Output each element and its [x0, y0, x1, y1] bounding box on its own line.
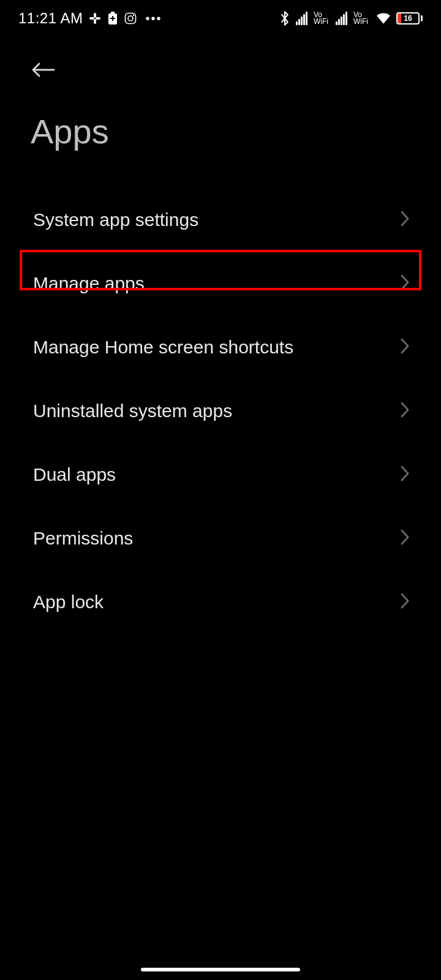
- item-dual-apps[interactable]: Dual apps: [0, 443, 441, 507]
- page-title: Apps: [0, 87, 441, 188]
- svg-rect-2: [89, 17, 94, 20]
- list-item-label: App lock: [33, 592, 104, 612]
- list-item-label: Permissions: [33, 528, 133, 549]
- svg-rect-6: [126, 13, 136, 24]
- slack-icon: [89, 12, 101, 24]
- svg-rect-5: [111, 12, 115, 14]
- battery-percent: 16: [398, 14, 418, 23]
- chevron-right-icon: [399, 337, 410, 358]
- chevron-right-icon: [399, 592, 410, 612]
- signal-bars-sim1-icon: [296, 12, 307, 25]
- status-left: 11:21 AM •••: [18, 10, 162, 27]
- item-app-lock[interactable]: App lock: [0, 570, 441, 634]
- bluetooth-icon: [279, 10, 291, 26]
- svg-rect-1: [94, 19, 96, 24]
- status-time: 11:21 AM: [18, 10, 83, 27]
- home-indicator[interactable]: [141, 968, 300, 971]
- list-item-label: Dual apps: [33, 464, 116, 485]
- back-arrow-icon[interactable]: [31, 70, 55, 80]
- item-permissions[interactable]: Permissions: [0, 507, 441, 570]
- svg-rect-0: [94, 13, 96, 18]
- battery-saver-icon: [107, 12, 118, 25]
- svg-point-7: [128, 16, 133, 21]
- wifi-icon: [375, 10, 391, 26]
- chevron-right-icon: [399, 464, 410, 485]
- chevron-right-icon: [399, 273, 410, 294]
- item-manage-home-shortcuts[interactable]: Manage Home screen shortcuts: [0, 315, 441, 379]
- item-system-app-settings[interactable]: System app settings: [0, 188, 441, 252]
- item-manage-apps[interactable]: Manage apps: [0, 252, 441, 315]
- list-item-label: Uninstalled system apps: [33, 401, 232, 421]
- battery-indicator: 16: [396, 12, 423, 24]
- chevron-right-icon: [399, 401, 410, 421]
- chevron-right-icon: [399, 209, 410, 230]
- list-item-label: Manage Home screen shortcuts: [33, 337, 293, 358]
- item-uninstalled-system-apps[interactable]: Uninstalled system apps: [0, 379, 441, 443]
- instagram-icon: [124, 12, 137, 24]
- status-right: Vo WiFi Vo WiFi 16: [279, 10, 423, 26]
- vowifi-label-sim1: Vo WiFi: [314, 12, 328, 25]
- list-item-label: System app settings: [33, 209, 198, 230]
- vowifi-label-sim2: Vo WiFi: [353, 12, 368, 25]
- signal-bars-sim2-icon: [336, 12, 347, 25]
- chevron-right-icon: [399, 528, 410, 549]
- settings-list: System app settings Manage apps Manage H…: [0, 188, 441, 634]
- list-item-label: Manage apps: [33, 273, 145, 294]
- svg-point-8: [133, 15, 134, 16]
- svg-rect-3: [96, 17, 100, 20]
- status-bar: 11:21 AM ••• Vo WiFi Vo: [0, 0, 441, 37]
- more-notifications-icon: •••: [145, 12, 162, 26]
